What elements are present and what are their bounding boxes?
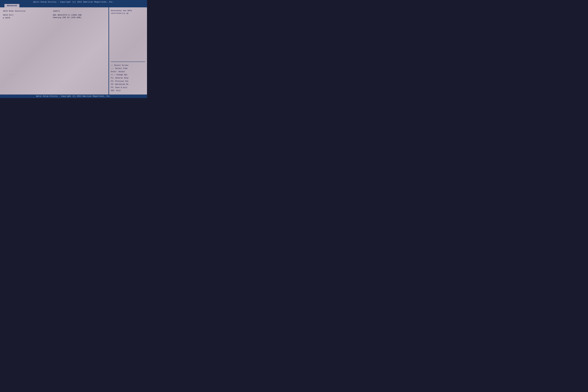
bios-screen: Aptio Setup Utility - Copyright (C) 2012…	[0, 0, 147, 98]
main-area: SATA Mode Selection [AHCI] SATA Port m-S…	[0, 7, 147, 94]
key-f4-save: F4: Save & Exit	[111, 86, 145, 89]
key-f3-opt: F3: Optimized De	[111, 83, 145, 86]
sata-port-value-2: Samsung SSD 84 (250.0GB)	[53, 16, 82, 19]
help-divider	[111, 62, 145, 62]
left-panel: SATA Mode Selection [AHCI] SATA Port m-S…	[0, 7, 109, 94]
sata-port-label: SATA Port	[3, 14, 53, 16]
screen-scratch	[7, 71, 19, 77]
help-description: Determines how SATA controller(s) op	[111, 10, 145, 15]
bottom-text: Aptio Setup Utility - Copyright (C) 2012…	[36, 95, 111, 97]
sata-mode-label: SATA Mode Selection	[3, 10, 53, 12]
sata-port-row[interactable]: SATA Port m-SATA WDC WD10JFCX-6 (1000.2G…	[3, 14, 106, 19]
tab-label: Advanced	[7, 4, 17, 7]
tab-advanced[interactable]: Advanced	[4, 4, 20, 7]
key-bindings: ↔: Select Screen ↑↓: Select Item Enter: …	[111, 64, 145, 92]
key-change-opt: +/-: Change Opt.	[111, 73, 145, 76]
bottom-bar: Aptio Setup Utility - Copyright (C) 2012…	[0, 94, 147, 98]
title-text: Aptio Setup Utility - Copyright (C) 2012…	[33, 1, 114, 3]
key-enter-select: Enter: Select	[111, 70, 145, 74]
key-f2-prev: F2: Previous Val	[111, 80, 145, 83]
sata-port-values: WDC WD10JFCX-6 (1000.2GB Samsung SSD 84 …	[53, 14, 82, 19]
key-select-item: ↑↓: Select Item	[111, 67, 145, 70]
msata-label: m-SATA	[3, 17, 53, 19]
key-select-screen: ↔: Select Screen	[111, 64, 145, 67]
tab-bar: Advanced	[0, 4, 147, 7]
sata-mode-row[interactable]: SATA Mode Selection [AHCI]	[3, 10, 106, 12]
sata-port-value-1: WDC WD10JFCX-6 (1000.2GB	[53, 14, 82, 16]
right-panel: Determines how SATA controller(s) op ↔: …	[109, 7, 147, 94]
sata-mode-value: [AHCI]	[53, 10, 60, 12]
key-esc-exit: ESC: Exit	[111, 89, 145, 92]
key-f1-help: F1: General Help	[111, 76, 145, 80]
title-bar: Aptio Setup Utility - Copyright (C) 2012…	[0, 0, 147, 4]
